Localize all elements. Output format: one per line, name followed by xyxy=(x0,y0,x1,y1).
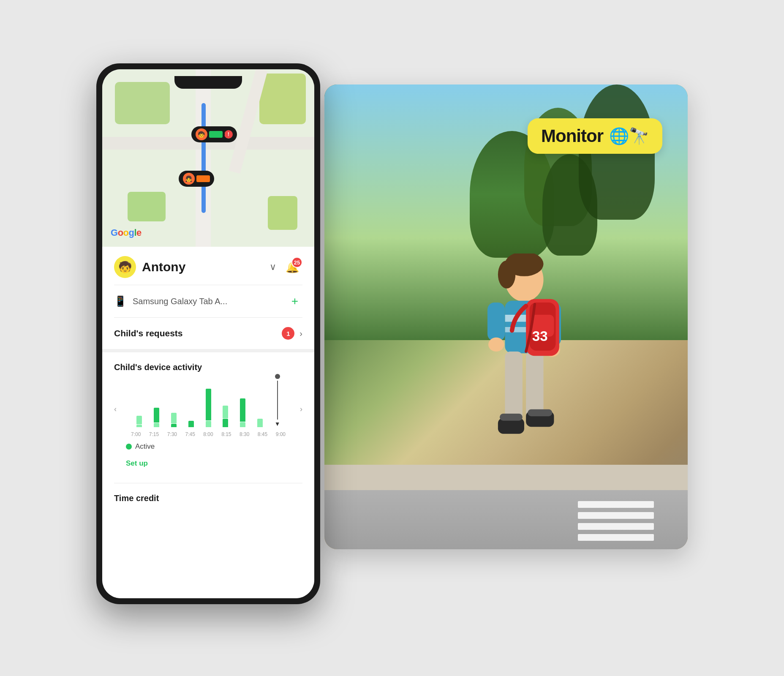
time-label-815: 8:15 xyxy=(221,431,231,437)
map-background: 🧒 ! 👧 Google xyxy=(102,69,314,247)
pin-battery-2 xyxy=(196,175,210,182)
map-pin-2[interactable]: 👧 xyxy=(179,171,214,187)
time-label-845: 8:45 xyxy=(258,431,267,437)
requests-chevron-icon: › xyxy=(299,329,302,338)
requests-badge: 1 xyxy=(282,327,294,340)
time-label-800: 8:00 xyxy=(203,431,213,437)
chart-container: ‹ › xyxy=(114,381,302,437)
device-row[interactable]: 📱 Samsung Galaxy Tab A... + xyxy=(102,285,314,317)
photo-background: 33 xyxy=(324,84,688,549)
phone-screen: 🧒 ! 👧 Google xyxy=(102,69,314,598)
phone-content: 🧒 Antony ∨ 🔔 25 📱 Samsung Galaxy Tab A..… xyxy=(102,247,314,598)
svg-rect-13 xyxy=(500,414,523,421)
section-divider-1 xyxy=(102,349,314,352)
add-device-button[interactable]: + xyxy=(287,294,302,309)
time-label-830: 8:30 xyxy=(240,431,249,437)
chevron-down-icon[interactable]: ∨ xyxy=(270,262,276,273)
app-header: 🧒 Antony ∨ 🔔 25 xyxy=(102,247,314,285)
phone-mockup: 🧒 ! 👧 Google xyxy=(96,63,320,604)
tablet-icon: 📱 xyxy=(114,295,127,307)
bell-badge: 25 xyxy=(291,257,302,268)
time-label-715: 7:15 xyxy=(149,431,159,437)
bell-button[interactable]: 🔔 25 xyxy=(282,257,302,277)
pin-avatar-2: 👧 xyxy=(183,173,195,185)
svg-rect-15 xyxy=(528,409,552,417)
pin-battery-1 xyxy=(209,131,223,138)
time-label-730: 7:30 xyxy=(167,431,177,437)
child-name: Antony xyxy=(142,260,264,274)
activity-section: Child's device activity ‹ › xyxy=(102,352,314,483)
time-label-745: 7:45 xyxy=(185,431,195,437)
monitor-label: Monitor xyxy=(541,126,603,146)
pin-alert-1: ! xyxy=(224,130,233,139)
boy-figure: 33 xyxy=(471,254,577,499)
svg-rect-6 xyxy=(487,303,505,341)
google-logo: Google xyxy=(111,227,142,238)
map-pin-1[interactable]: 🧒 ! xyxy=(191,126,237,142)
svg-point-2 xyxy=(498,261,515,289)
photo-card: 33 Monitor 🌐🔭 xyxy=(324,84,688,549)
pin-avatar-1: 🧒 xyxy=(196,128,207,140)
chart-nav-left[interactable]: ‹ xyxy=(114,405,117,414)
time-label-900: 9:00 xyxy=(276,431,286,437)
child-avatar: 🧒 xyxy=(114,256,136,278)
activity-title: Child's device activity xyxy=(114,363,302,372)
requests-label: Child's requests xyxy=(114,328,282,338)
time-credit-title: Time credit xyxy=(114,493,302,503)
svg-rect-11 xyxy=(526,352,543,417)
legend-active-label: Active xyxy=(135,442,155,451)
legend-dot-active xyxy=(126,444,132,450)
main-scene: 33 Monitor 🌐🔭 xyxy=(96,63,688,613)
monitor-badge[interactable]: Monitor 🌐🔭 xyxy=(528,118,662,154)
requests-row[interactable]: Child's requests 1 › xyxy=(102,318,314,349)
chart-nav-right[interactable]: › xyxy=(300,405,302,414)
phone-notch xyxy=(174,76,242,89)
legend-row: Active xyxy=(114,437,302,456)
map-section[interactable]: 🧒 ! 👧 Google xyxy=(102,69,314,247)
svg-text:33: 33 xyxy=(532,328,548,344)
setup-link[interactable]: Set up xyxy=(114,456,302,474)
time-credit-section: Time credit xyxy=(102,483,314,513)
svg-point-8 xyxy=(488,338,504,352)
device-name: Samsung Galaxy Tab A... xyxy=(133,297,281,306)
time-label-700: 7:00 xyxy=(131,431,141,437)
svg-rect-10 xyxy=(505,352,522,422)
monitor-globe-icon: 🌐🔭 xyxy=(609,127,649,145)
